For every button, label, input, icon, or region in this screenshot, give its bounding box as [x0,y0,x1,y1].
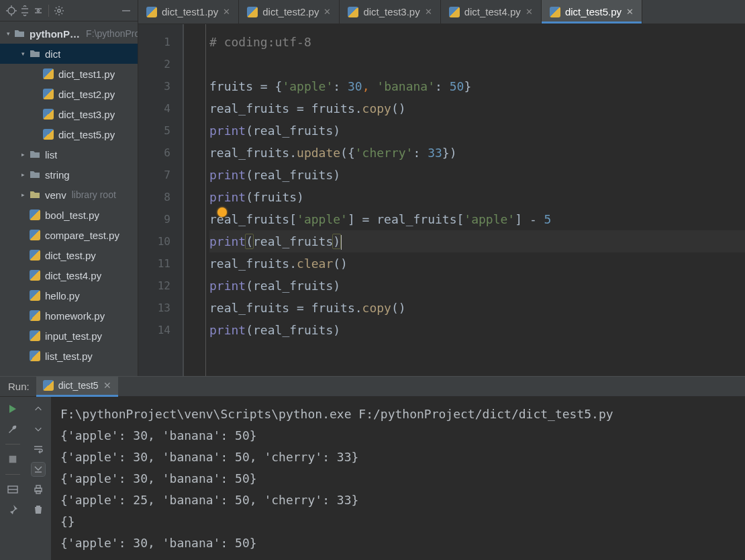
caret [341,235,342,250]
code-line[interactable]: print(real_fruits) [209,275,745,297]
tree-folder[interactable]: ▸list [0,144,138,165]
locate-icon[interactable] [5,5,17,17]
close-icon[interactable]: ✕ [425,7,432,17]
python-icon [29,229,41,241]
intention-bulb-icon[interactable] [217,207,227,217]
code-line[interactable]: fruits = {'apple': 30, 'banana': 50} [209,75,745,97]
run-header-bar: Run: dict_test5 ✕ [0,377,745,397]
wrench-icon[interactable] [6,422,19,436]
code-line[interactable]: real_fruits['apple'] = real_fruits['appl… [209,208,745,230]
python-icon [29,350,41,362]
soft-wrap-icon[interactable] [32,442,45,456]
tree-file[interactable]: dict_test1.py [0,64,138,84]
line-number[interactable]: 10 [138,230,183,252]
code-line[interactable]: real_fruits = fruits.copy() [209,97,745,120]
folder-icon [13,28,26,40]
line-number[interactable]: 1 [138,31,183,53]
code-line[interactable]: print(real_fruits) [209,319,745,341]
editor-tab[interactable]: dict_test4.py✕ [441,0,542,24]
line-number[interactable]: 4 [138,97,183,120]
project-root[interactable]: ▾pythonProjectF:\pythonProject [0,24,138,44]
code-line[interactable]: real_fruits.clear() [209,252,745,275]
code-line[interactable]: print(real_fruits) [209,230,745,252]
expander-icon[interactable]: ▸ [19,151,27,158]
tab-label: dict_test1.py [162,6,218,17]
expander-icon[interactable]: ▾ [19,50,27,57]
code-area[interactable]: # coding:utf-8fruits = {'apple': 30, 'ba… [183,24,745,376]
editor-gutter: 1234567891011121314 [138,24,183,376]
tree-file[interactable]: dict_test3.py [0,104,138,124]
line-number[interactable]: 9 [138,208,183,230]
tree-file[interactable]: dict_test4.py [0,265,138,285]
line-number[interactable]: 12 [138,275,183,297]
pin-icon[interactable] [6,503,19,516]
line-number[interactable]: 11 [138,252,183,275]
tree-file[interactable]: bool_test.py [0,205,138,225]
line-number[interactable]: 13 [138,297,183,319]
output-line: {'apple': 30, 'banana': 50} [60,468,745,489]
editor-tab[interactable]: dict_test2.py✕ [239,0,340,24]
print-icon[interactable] [32,483,45,496]
run-label: Run: [8,381,30,392]
code-line[interactable] [209,53,745,75]
python-icon [42,68,54,80]
python-icon [29,269,41,281]
tree-file[interactable]: hello.py [0,285,138,306]
python-icon [29,249,41,261]
line-number[interactable]: 8 [138,186,183,208]
close-icon[interactable]: ✕ [526,7,533,17]
stop-icon[interactable] [6,453,19,466]
code-line[interactable]: print(real_fruits) [209,120,745,142]
line-number[interactable]: 5 [138,120,183,142]
code-editor[interactable]: 1234567891011121314 # coding:utf-8fruits… [138,24,745,376]
expander-icon[interactable]: ▸ [19,171,27,178]
play-icon[interactable] [6,402,19,416]
arrow-up-icon[interactable] [32,402,45,416]
tree-folder[interactable]: ▸venvlibrary root [0,185,138,205]
code-line[interactable]: print(fruits) [209,186,745,208]
python-icon [348,7,358,17]
collapse-all-icon[interactable] [32,5,44,17]
close-icon[interactable]: ✕ [324,7,331,17]
run-tab[interactable]: dict_test5 ✕ [36,377,118,397]
code-line[interactable]: print(real_fruits) [209,164,745,186]
tree-file[interactable]: dict_test5.py [0,124,138,144]
tree-file[interactable]: compare_test.py [0,225,138,245]
arrow-down-icon[interactable] [32,422,45,436]
close-icon[interactable]: ✕ [626,7,634,17]
editor-tab[interactable]: dict_test1.py✕ [138,0,239,24]
code-line[interactable]: real_fruits = fruits.copy() [209,297,745,319]
close-icon[interactable]: ✕ [223,7,230,17]
run-output[interactable]: F:\pythonProject\venv\Scripts\python.exe… [51,397,745,560]
project-tree[interactable]: ▾pythonProjectF:\pythonProject▾dictdict_… [0,21,138,376]
tree-file[interactable]: dict_test2.py [0,84,138,104]
tree-folder[interactable]: ▸string [0,165,138,185]
close-icon[interactable]: ✕ [103,380,111,391]
editor-tab[interactable]: dict_test5.py✕ [542,0,642,24]
line-number[interactable]: 6 [138,142,183,164]
folder-icon [29,169,41,181]
output-line: {'apple': 30, 'banana': 50} [60,425,745,447]
tree-file[interactable]: list_test.py [0,346,138,366]
tree-folder[interactable]: ▾dict [0,44,138,64]
settings-icon[interactable] [53,5,65,17]
code-line[interactable]: # coding:utf-8 [209,31,745,53]
line-number[interactable]: 3 [138,75,183,97]
line-number[interactable]: 14 [138,319,183,341]
scroll-to-end-icon[interactable] [32,463,45,476]
line-number[interactable]: 7 [138,164,183,186]
tab-label: dict_test2.py [262,6,319,17]
expand-all-icon[interactable] [19,5,31,17]
code-line[interactable]: real_fruits.update({'cherry': 33}) [209,142,745,164]
tree-file[interactable]: homework.py [0,306,138,326]
line-number[interactable]: 2 [138,53,183,75]
layout-icon[interactable] [6,483,19,496]
trash-icon[interactable] [32,503,45,516]
minimize-icon[interactable] [120,5,132,17]
expander-icon[interactable]: ▾ [5,30,11,37]
tree-file[interactable]: input_test.py [0,326,138,346]
editor-tab[interactable]: dict_test3.py✕ [340,0,440,24]
tree-file[interactable]: dict_test.py [0,245,138,265]
expander-icon[interactable]: ▸ [19,191,27,198]
python-icon [29,209,41,221]
